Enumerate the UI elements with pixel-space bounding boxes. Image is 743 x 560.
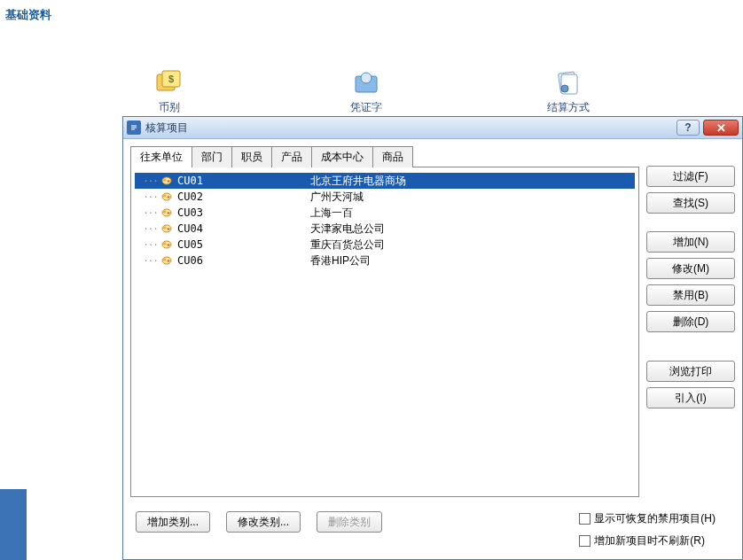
edit-category-button[interactable]: 修改类别... xyxy=(226,511,301,533)
currency-icon: $ xyxy=(153,69,185,96)
side-decoration xyxy=(0,489,27,560)
close-button[interactable]: ✕ xyxy=(703,120,739,136)
add-button[interactable]: 增加(N) xyxy=(646,231,735,253)
svg-point-11 xyxy=(168,180,170,182)
dialog-icon xyxy=(127,121,141,135)
svg-point-25 xyxy=(163,258,167,261)
bg-icon-label: 结算方式 xyxy=(547,100,590,115)
item-name: 上海一百 xyxy=(310,206,635,221)
checkbox-icon xyxy=(579,535,590,547)
tree-connector: ··· xyxy=(135,175,160,187)
find-button[interactable]: 查找(S) xyxy=(646,192,735,214)
item-name: 广州天河城 xyxy=(310,190,635,205)
item-name: 香港HIP公司 xyxy=(310,253,635,268)
page-title: 基础资料 xyxy=(0,0,743,30)
list-item[interactable]: ···CU05重庆百货总公司 xyxy=(135,237,635,253)
list-item[interactable]: ···CU03上海一百 xyxy=(135,205,635,221)
tree-connector: ··· xyxy=(135,223,160,235)
list-item[interactable]: ···CU02广州天河城 xyxy=(135,189,635,205)
item-name: 北京王府井电器商场 xyxy=(310,174,635,189)
item-icon xyxy=(160,238,174,251)
add-category-button[interactable]: 增加类别... xyxy=(136,511,210,533)
svg-point-20 xyxy=(168,228,170,229)
checkbox-label: 增加新项目时不刷新(R) xyxy=(594,533,705,548)
svg-point-7 xyxy=(561,85,568,92)
bg-icon-settlement[interactable]: 结算方式 xyxy=(547,69,590,115)
tree-connector: ··· xyxy=(135,207,160,219)
item-code: CU05 xyxy=(177,238,310,251)
edit-button[interactable]: 修改(M) xyxy=(646,258,735,279)
svg-point-23 xyxy=(168,244,170,245)
no-refresh-checkbox[interactable]: 增加新项目时不刷新(R) xyxy=(579,533,716,548)
delete-category-button[interactable]: 删除类别 xyxy=(317,511,382,533)
svg-point-10 xyxy=(163,178,167,182)
item-name: 重庆百货总公司 xyxy=(310,237,635,253)
tab-2[interactable]: 职员 xyxy=(231,146,272,167)
item-code: CU04 xyxy=(177,222,310,235)
item-icon xyxy=(160,191,174,203)
tab-0[interactable]: 往来单位 xyxy=(130,146,192,167)
svg-point-4 xyxy=(361,73,372,83)
list-item[interactable]: ···CU06香港HIP公司 xyxy=(135,253,635,268)
svg-point-22 xyxy=(163,242,167,245)
svg-text:$: $ xyxy=(168,74,174,84)
bg-icon-voucher[interactable]: 凭证字 xyxy=(350,69,382,115)
help-button[interactable]: ? xyxy=(677,120,700,136)
item-code: CU06 xyxy=(177,254,310,267)
tab-content: ···CU01北京王府井电器商场···CU02广州天河城···CU03上海一百·… xyxy=(130,167,639,497)
item-code: CU02 xyxy=(177,191,310,203)
svg-point-16 xyxy=(163,210,167,214)
tree-connector: ··· xyxy=(135,239,160,251)
tree-connector: ··· xyxy=(135,255,160,267)
print-button[interactable]: 浏览打印 xyxy=(646,361,735,382)
svg-point-13 xyxy=(163,194,167,198)
item-code: CU01 xyxy=(177,175,310,187)
accounting-items-dialog: 核算项目 ? ✕ 往来单位部门职员产品成本中心商品 ···CU01北京王府井电器… xyxy=(122,116,743,560)
tab-1[interactable]: 部门 xyxy=(192,146,232,167)
bg-icon-currency[interactable]: $ 币别 xyxy=(153,69,185,115)
dialog-title: 核算项目 xyxy=(145,121,677,136)
checkbox-label: 显示可恢复的禁用项目(H) xyxy=(594,511,716,526)
bg-icon-label: 凭证字 xyxy=(350,100,382,115)
background-icon-row: $ 币别 凭证字 结算方式 xyxy=(0,69,743,115)
filter-button[interactable]: 过滤(F) xyxy=(646,166,735,187)
tab-5[interactable]: 商品 xyxy=(372,146,413,167)
dialog-titlebar: 核算项目 ? ✕ xyxy=(123,117,742,139)
item-icon xyxy=(160,254,174,267)
import-button[interactable]: 引入(I) xyxy=(646,387,735,408)
side-button-column: 过滤(F) 查找(S) 增加(N) 修改(M) 禁用(B) 删除(D) 浏览打印… xyxy=(646,146,735,497)
svg-point-17 xyxy=(168,212,170,214)
tab-3[interactable]: 产品 xyxy=(271,146,312,167)
settlement-icon xyxy=(552,69,584,96)
item-icon xyxy=(160,222,174,235)
item-icon xyxy=(160,206,174,219)
svg-point-14 xyxy=(168,196,170,198)
list-item[interactable]: ···CU01北京王府井电器商场 xyxy=(135,173,635,189)
delete-button[interactable]: 删除(D) xyxy=(646,311,735,332)
bg-icon-label: 币别 xyxy=(159,100,180,115)
item-code: CU03 xyxy=(177,206,310,219)
tree-connector: ··· xyxy=(135,191,160,203)
voucher-icon xyxy=(350,69,382,96)
checkbox-icon xyxy=(579,513,590,525)
item-icon xyxy=(160,175,174,187)
tab-4[interactable]: 成本中心 xyxy=(311,146,373,167)
show-disabled-checkbox[interactable]: 显示可恢复的禁用项目(H) xyxy=(579,511,716,526)
item-name: 天津家电总公司 xyxy=(310,222,635,237)
list-item[interactable]: ···CU04天津家电总公司 xyxy=(135,221,635,237)
tab-bar: 往来单位部门职员产品成本中心商品 xyxy=(130,146,639,167)
disable-button[interactable]: 禁用(B) xyxy=(646,284,735,306)
dialog-footer: 增加类别... 修改类别... 删除类别 显示可恢复的禁用项目(H) 增加新项目… xyxy=(123,504,742,559)
svg-point-26 xyxy=(168,260,170,261)
svg-point-19 xyxy=(163,226,167,229)
